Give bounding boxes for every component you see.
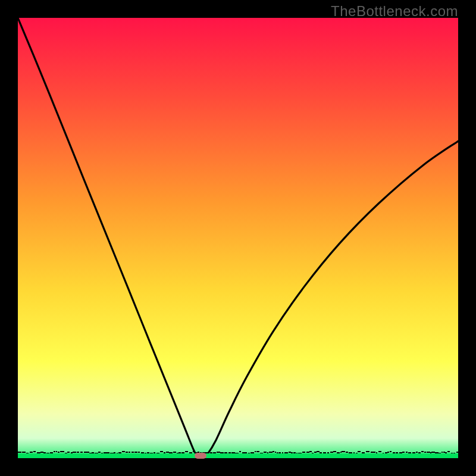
plot-svg [18, 18, 458, 458]
plot-area [18, 18, 458, 458]
bottleneck-marker [195, 453, 206, 459]
baseline-strip [18, 453, 458, 458]
chart-frame: TheBottleneck.com [0, 0, 476, 476]
watermark-text: TheBottleneck.com [331, 3, 458, 20]
